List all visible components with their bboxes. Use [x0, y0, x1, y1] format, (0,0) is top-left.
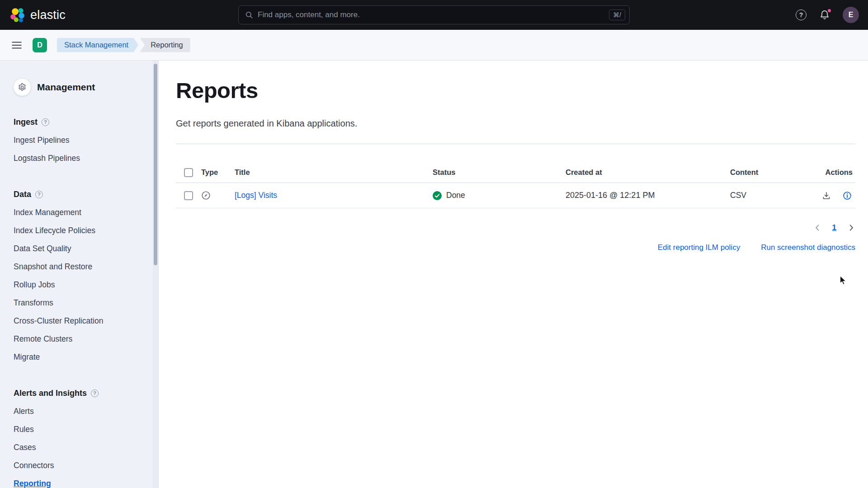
sidebar-section-ingest: Ingest ? Ingest Pipelines Logstash Pipel… [14, 113, 158, 167]
menu-hamburger-icon[interactable] [11, 40, 23, 50]
global-search-box[interactable]: ⌘/ [238, 5, 630, 24]
status-done-icon [433, 191, 442, 200]
row-checkbox[interactable] [184, 191, 193, 200]
sidebar-header: Management [14, 79, 158, 96]
section-label-alerts-insights: Alerts and Insights [14, 389, 87, 398]
section-help-icon[interactable]: ? [91, 389, 99, 397]
breadcrumb-stack-management[interactable]: Stack Management [57, 38, 138, 52]
gear-icon [14, 79, 31, 96]
notification-dot [827, 8, 832, 13]
page-header-divider [176, 144, 855, 144]
space-badge[interactable]: D [33, 38, 47, 52]
search-shortcut-badge: ⌘/ [609, 9, 625, 20]
sidebar-item-logstash-pipelines[interactable]: Logstash Pipelines [14, 149, 158, 167]
page-title: Reports [176, 78, 855, 103]
select-all-checkbox[interactable] [184, 168, 193, 177]
sidebar-item-rollup-jobs[interactable]: Rollup Jobs [14, 276, 158, 294]
sidebar-item-transforms[interactable]: Transforms [14, 294, 158, 312]
sidebar-section-alerts-insights: Alerts and Insights ? Alerts Rules Cases… [14, 384, 158, 488]
column-header-actions: Actions [822, 168, 855, 177]
search-input[interactable] [258, 10, 604, 19]
user-avatar[interactable]: E [843, 7, 859, 23]
help-icon[interactable]: ? [796, 9, 807, 20]
sidebar-item-remote-clusters[interactable]: Remote Clusters [14, 330, 158, 348]
top-navigation-bar: elastic ⌘/ ? E [0, 0, 868, 30]
previous-page-icon[interactable] [813, 224, 821, 232]
sidebar-item-migrate[interactable]: Migrate [14, 348, 158, 366]
report-info-icon[interactable] [843, 191, 852, 200]
sidebar-item-reporting[interactable]: Reporting [14, 474, 158, 488]
run-screenshot-diagnostics-link[interactable]: Run screenshot diagnostics [761, 243, 855, 252]
page-number-current[interactable]: 1 [832, 223, 836, 232]
brand-name: elastic [30, 8, 66, 22]
reports-table-header: Type Title Status Created at Content Act… [176, 162, 855, 183]
sidebar-item-index-management[interactable]: Index Management [14, 203, 158, 221]
sidebar-scrollbar-thumb[interactable] [154, 64, 157, 265]
next-page-icon[interactable] [847, 224, 855, 232]
notifications-bell-icon[interactable] [819, 9, 830, 20]
sidebar-item-cross-cluster-replication[interactable]: Cross-Cluster Replication [14, 312, 158, 330]
sidebar-section-data: Data ? Index Management Index Lifecycle … [14, 185, 158, 366]
pagination: 1 [176, 223, 855, 232]
column-header-content[interactable]: Content [730, 168, 822, 177]
sidebar-item-cases[interactable]: Cases [14, 438, 158, 456]
created-at-value: 2025-01-16 @ 12:21 PM [566, 191, 730, 200]
section-help-icon[interactable]: ? [42, 118, 49, 126]
sidebar-title: Management [37, 82, 95, 93]
breadcrumb-reporting: Reporting [140, 38, 190, 52]
content-type-value: CSV [730, 191, 822, 200]
table-row: [Logs] Visits Done 2025-01-16 @ 12:21 PM… [176, 183, 855, 208]
sidebar-item-index-lifecycle-policies[interactable]: Index Lifecycle Policies [14, 221, 158, 239]
edit-ilm-policy-link[interactable]: Edit reporting ILM policy [658, 243, 740, 252]
elastic-logo-icon [10, 7, 25, 23]
sidebar-item-rules[interactable]: Rules [14, 420, 158, 438]
report-title-link[interactable]: [Logs] Visits [235, 191, 277, 200]
report-type-icon [201, 191, 235, 200]
management-sidebar: Management Ingest ? Ingest Pipelines Log… [0, 61, 159, 488]
column-header-type[interactable]: Type [201, 168, 235, 177]
breadcrumb: Stack Management Reporting [57, 38, 190, 52]
reports-page: Reports Get reports generated in Kibana … [159, 61, 868, 488]
section-label-ingest: Ingest [14, 117, 38, 127]
sidebar-item-snapshot-and-restore[interactable]: Snapshot and Restore [14, 258, 158, 276]
table-footer-links: Edit reporting ILM policy Run screenshot… [176, 243, 855, 252]
section-label-data: Data [14, 190, 31, 199]
page-description: Get reports generated in Kibana applicat… [176, 118, 855, 129]
column-header-title[interactable]: Title [235, 168, 433, 177]
column-header-status[interactable]: Status [433, 168, 566, 177]
column-header-created-at[interactable]: Created at [566, 168, 730, 177]
sidebar-item-alerts[interactable]: Alerts [14, 402, 158, 420]
download-report-icon[interactable] [822, 191, 831, 200]
elastic-brand[interactable]: elastic [10, 7, 66, 23]
status-badge: Done [446, 191, 465, 200]
sidebar-item-connectors[interactable]: Connectors [14, 456, 158, 474]
sidebar-item-ingest-pipelines[interactable]: Ingest Pipelines [14, 131, 158, 149]
sidebar-item-data-set-quality[interactable]: Data Set Quality [14, 239, 158, 258]
search-icon [245, 11, 253, 19]
breadcrumb-bar: D Stack Management Reporting [0, 30, 868, 61]
section-help-icon[interactable]: ? [35, 191, 43, 198]
